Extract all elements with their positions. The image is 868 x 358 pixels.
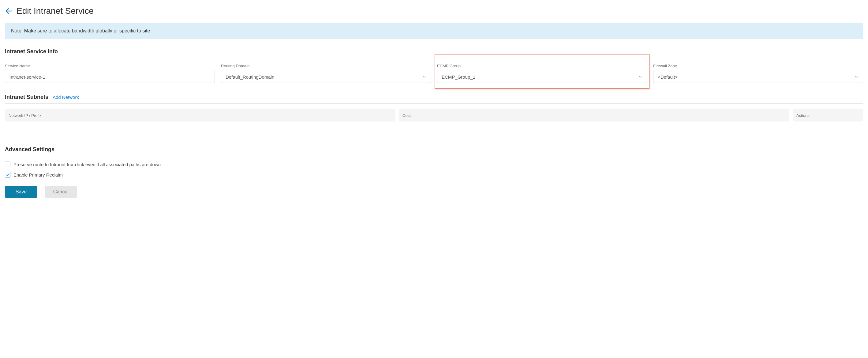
ecmp-group-select[interactable]: ECMP_Group_1 xyxy=(437,71,647,83)
subnet-table-header: Network IP / Prefix Cost Actions xyxy=(5,109,863,122)
subnet-table: Network IP / Prefix Cost Actions xyxy=(5,109,863,122)
firewall-zone-value: <Default> xyxy=(658,74,678,79)
col-gap xyxy=(396,109,399,122)
advanced-heading: Advanced Settings xyxy=(5,146,55,153)
preserve-route-checkbox[interactable] xyxy=(5,162,10,167)
service-name-field: Service Name Intranet-service-1 xyxy=(5,64,215,83)
routing-domain-field: Routing Domain Default_RoutingDomain xyxy=(221,64,431,83)
advanced-section: Advanced Settings Preserve route to Intr… xyxy=(5,146,863,198)
enable-primary-reclaim-label: Enable Primary Reclaim xyxy=(13,172,63,177)
info-heading: Intranet Service Info xyxy=(5,48,58,55)
firewall-zone-field: Firewall Zone <Default> xyxy=(653,64,863,83)
subnets-heading: Intranet Subnets xyxy=(5,94,49,100)
col-gap xyxy=(789,109,793,122)
service-name-input[interactable]: Intranet-service-1 xyxy=(5,71,215,83)
add-network-link[interactable]: Add Network xyxy=(53,95,79,100)
page-title: Edit Intranet Service xyxy=(17,6,94,16)
chevron-down-icon xyxy=(638,75,643,79)
col-cost: Cost xyxy=(399,113,789,118)
routing-domain-value: Default_RoutingDomain xyxy=(225,74,274,79)
col-actions: Actions xyxy=(793,113,863,118)
subnets-section: Intranet Subnets Add Network Network IP … xyxy=(5,94,863,131)
enable-primary-reclaim-row: Enable Primary Reclaim xyxy=(5,172,863,177)
chevron-down-icon xyxy=(422,75,426,79)
check-icon xyxy=(5,172,10,177)
table-bottom-divider xyxy=(5,131,863,131)
service-name-label: Service Name xyxy=(5,64,215,68)
section-divider xyxy=(5,103,863,104)
page-header: Edit Intranet Service xyxy=(5,6,863,16)
ecmp-group-field: ECMP Group ECMP_Group_1 xyxy=(437,64,647,83)
section-divider xyxy=(5,58,863,58)
button-row: Save Cancel xyxy=(5,186,863,198)
routing-domain-select[interactable]: Default_RoutingDomain xyxy=(221,71,431,83)
chevron-down-icon xyxy=(854,75,859,79)
preserve-route-row: Preserve route to Intranet from link eve… xyxy=(5,162,863,167)
enable-primary-reclaim-checkbox[interactable] xyxy=(5,172,10,177)
save-button[interactable]: Save xyxy=(5,186,37,198)
service-name-value: Intranet-service-1 xyxy=(9,74,45,79)
firewall-zone-label: Firewall Zone xyxy=(653,64,863,68)
info-section: Intranet Service Info Service Name Intra… xyxy=(5,48,863,83)
ecmp-group-label: ECMP Group xyxy=(437,64,647,68)
col-network-ip: Network IP / Prefix xyxy=(5,113,396,118)
cancel-button[interactable]: Cancel xyxy=(45,186,77,198)
preserve-route-label: Preserve route to Intranet from link eve… xyxy=(13,162,161,167)
section-divider xyxy=(5,156,863,156)
ecmp-group-value: ECMP_Group_1 xyxy=(442,74,475,79)
routing-domain-label: Routing Domain xyxy=(221,64,431,68)
note-banner: Note: Make sure to allocate bandwidth gl… xyxy=(5,23,863,39)
back-arrow-icon[interactable] xyxy=(5,7,13,15)
info-field-row: Service Name Intranet-service-1 Routing … xyxy=(5,64,863,83)
firewall-zone-select[interactable]: <Default> xyxy=(653,71,863,83)
